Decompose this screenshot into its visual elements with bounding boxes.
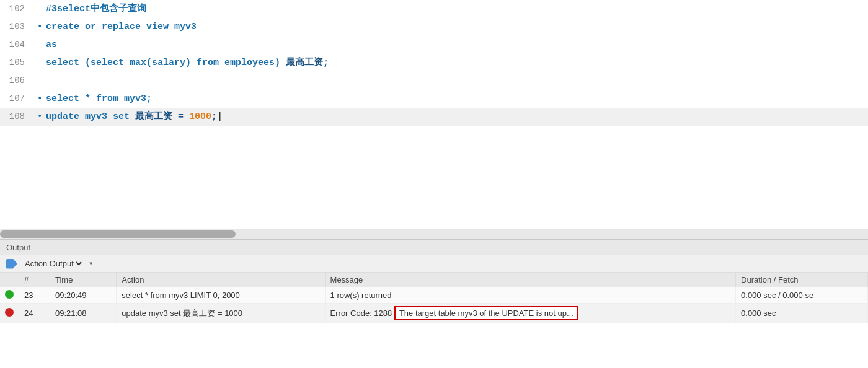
output-table: # Time Action Message Duration / Fetch 2… [0, 273, 868, 323]
row1-time: 09:20:49 [50, 287, 116, 304]
row2-time: 09:21:08 [50, 304, 116, 323]
row2-number: 24 [19, 304, 50, 323]
table-header-row: # Time Action Message Duration / Fetch [0, 273, 868, 287]
code-line-102: 102 #3select中包含子查询 [0, 0, 868, 18]
row2-message: Error Code: 1288 The target table myv3 o… [325, 304, 736, 323]
col-number: # [19, 273, 50, 287]
col-action: Action [117, 273, 325, 287]
row1-message: 1 row(s) returned [325, 287, 736, 304]
line-number-106: 106 [0, 72, 37, 89]
dropdown-arrow: ▾ [89, 259, 93, 268]
col-duration: Duration / Fetch [736, 273, 868, 287]
row2-duration: 0.000 sec [736, 304, 868, 323]
row1-duration: 0.000 sec / 0.000 se [736, 287, 868, 304]
scrollbar-thumb[interactable] [0, 230, 236, 238]
code-line-105: 105 select (select max(salary) from empl… [0, 54, 868, 72]
line-number-103: 103 [0, 18, 37, 35]
table-row: 23 09:20:49 select * from myv3 LIMIT 0, … [0, 287, 868, 304]
action-output-dropdown[interactable]: Action Output [22, 258, 84, 269]
col-status [0, 273, 19, 287]
row2-action: update myv3 set 最高工资 = 1000 [117, 304, 325, 323]
line-number-108: 108 [0, 108, 37, 125]
code-line-107: 107 • select * from myv3; [0, 90, 868, 108]
line-number-107: 107 [0, 90, 37, 107]
col-message: Message [325, 273, 736, 287]
row1-status-cell [0, 287, 19, 304]
output-header: Output [0, 240, 868, 255]
code-line-104: 104 as [0, 36, 868, 54]
code-line-108: 108 • update myv3 set 最高工资 = 1000; [0, 108, 868, 126]
table-row: 24 09:21:08 update myv3 set 最高工资 = 1000 … [0, 304, 868, 323]
row2-message-prefix: Error Code: 1288 [330, 309, 392, 318]
row1-number: 23 [19, 287, 50, 304]
code-line-106: 106 [0, 72, 868, 90]
col-time: Time [50, 273, 116, 287]
row2-status-cell [0, 304, 19, 323]
status-ok-icon [5, 290, 14, 299]
status-error-icon [5, 308, 14, 317]
row2-message-error-box: The target table myv3 of the UPDATE is n… [394, 306, 578, 320]
line-number-105: 105 [0, 54, 37, 71]
code-editor: 102 #3select中包含子查询 103 • create or repla… [0, 0, 868, 229]
code-comment-link[interactable]: #3select中包含子查询 [46, 4, 146, 14]
row1-action: select * from myv3 LIMIT 0, 2000 [117, 287, 325, 304]
output-panel: Output Action Output ▾ # Time Action Mes… [0, 239, 868, 323]
output-toolbar: Action Output ▾ [0, 255, 868, 273]
code-line-103: 103 • create or replace view myv3 [0, 18, 868, 36]
line-number-104: 104 [0, 36, 37, 53]
line-number-102: 102 [0, 0, 37, 17]
horizontal-scrollbar[interactable] [0, 229, 868, 239]
action-output-icon [6, 259, 17, 269]
output-header-label: Output [6, 243, 30, 252]
